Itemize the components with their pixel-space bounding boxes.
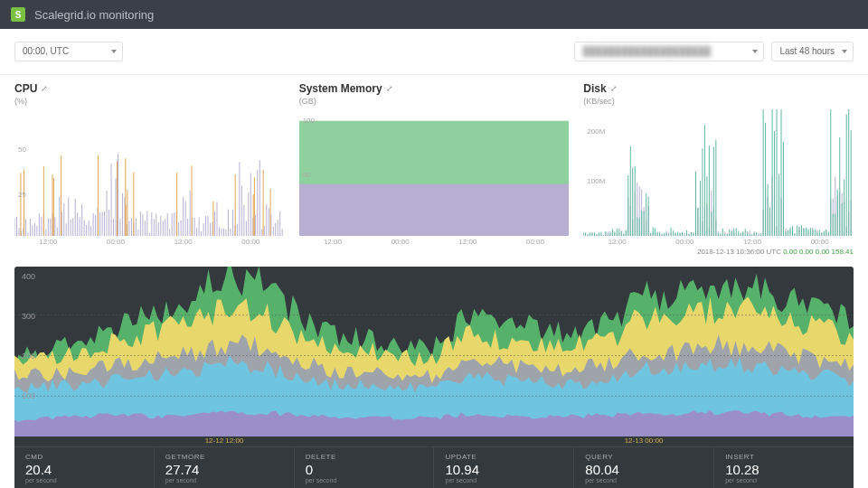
metric-cmd: CMD20.4per second [14,447,155,488]
metric-query: QUERY80.04per second [574,447,714,488]
disk-timestamp: 2018-12-13 10:36:00 UTC 0.00 0.00 0.00 1… [583,248,854,256]
main-x-labels: 12-12 12:0012-13 00:00 [14,436,854,446]
app-logo: S [11,7,25,22]
disk-chart: 200M 100M [583,109,854,236]
disk-chart-card: Disk ⤢ (KB/sec) 200M 100M 12:0000:00 12:… [583,82,854,256]
timerange-select[interactable]: Last 48 hours [771,42,854,61]
metric-update: UPDATE10.94per second [434,447,574,488]
cpu-chart-title: CPU [14,82,37,95]
cpu-chart: 50 25 [14,109,285,236]
memory-chart: 100 50 [299,109,570,236]
app-header: S Scalegrid.io monitoring [0,0,868,29]
memory-chart-card: System Memory ⤢ (GB) 100 50 12:0000:00 1… [299,82,570,256]
main-ops-chart: 400 300 200 100 [14,267,854,436]
cpu-chart-unit: (%) [14,97,285,106]
memory-x-labels: 12:0000:00 12:0000:00 [299,238,570,246]
cluster-select[interactable]: ████████████████████ [574,42,764,61]
metric-getmore: GETMORE27.74per second [155,447,295,488]
toolbar: 00:00, UTC ████████████████████ Last 48 … [0,29,868,75]
timezone-select[interactable]: 00:00, UTC [14,42,123,61]
cpu-chart-card: CPU ⤢ (%) 50 25 12:0000:00 12:0000:00 [14,82,285,256]
disk-x-labels: 12:0000:00 12:0000:00 [583,238,854,246]
main-chart-panel: 400 300 200 100 12-12 12:0012-13 00:00 C… [14,267,854,488]
charts-row: CPU ⤢ (%) 50 25 12:0000:00 12:0000:00 Sy… [0,75,868,259]
memory-chart-unit: (GB) [299,97,570,106]
expand-icon[interactable]: ⤢ [386,84,393,93]
disk-chart-title: Disk [583,82,606,95]
app-title: Scalegrid.io monitoring [34,8,154,22]
metric-delete: DELETE0per second [295,447,435,488]
expand-icon[interactable]: ⤢ [41,84,48,93]
expand-icon[interactable]: ⤢ [610,84,618,93]
metrics-bar: CMD20.4per secondGETMORE27.74per secondD… [14,446,854,488]
disk-chart-unit: (KB/sec) [583,97,854,106]
memory-chart-title: System Memory [299,82,382,95]
metric-insert: INSERT10.28per second [714,447,854,488]
cpu-x-labels: 12:0000:00 12:0000:00 [14,238,285,246]
